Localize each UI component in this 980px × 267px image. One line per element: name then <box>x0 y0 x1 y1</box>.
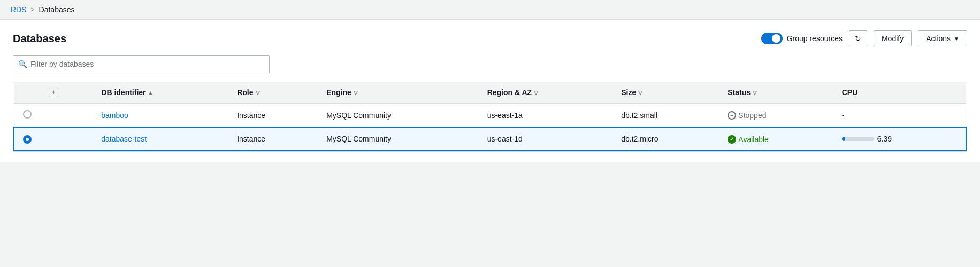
th-status-label: Status <box>728 88 751 97</box>
engine-cell-database-test: MySQL Community <box>318 127 478 151</box>
status-available-icon-database-test: ✓ <box>728 135 736 144</box>
db-link-database-test[interactable]: database-test <box>101 135 147 143</box>
size-cell-bamboo: db.t2.small <box>612 103 719 127</box>
db-identifier-cell-database-test: database-test <box>93 127 228 151</box>
cpu-value-database-test: 6.39 <box>877 135 892 143</box>
actions-label: Actions <box>926 34 951 43</box>
th-region-az-label: Region & AZ <box>487 88 532 97</box>
cpu-bar-container-database-test: 6.39 <box>842 135 957 143</box>
page-title: Databases <box>13 33 66 45</box>
status-sort-icon[interactable]: ▽ <box>753 90 757 96</box>
role-cell-database-test: Instance <box>228 127 318 151</box>
th-size-label: Size <box>621 88 636 97</box>
cpu-bar-database-test <box>842 137 874 141</box>
main-content: Databases Group resources ↻ Modify Actio… <box>0 19 980 162</box>
page-header: Databases Group resources ↻ Modify Actio… <box>13 30 967 46</box>
search-input-wrapper: 🔍 <box>13 55 270 73</box>
status-cell-bamboo: − Stopped <box>719 103 833 127</box>
status-cell-database-test: ✓ Available <box>719 127 833 151</box>
search-icon: 🔍 <box>18 60 27 68</box>
breadcrumb-current: Databases <box>39 5 75 14</box>
refresh-button[interactable]: ↻ <box>849 30 867 46</box>
expand-all-icon[interactable]: + <box>49 88 58 97</box>
table-row: database-test Instance MySQL Community u… <box>14 127 966 151</box>
search-bar: 🔍 <box>13 55 967 73</box>
table-header: + DB identifier ▲ Role ▽ <box>14 82 966 103</box>
search-input[interactable] <box>13 55 270 73</box>
region-az-sort-icon[interactable]: ▽ <box>534 90 538 96</box>
th-role-label: Role <box>237 88 253 97</box>
breadcrumb: RDS > Databases <box>0 0 980 19</box>
engine-sort-icon[interactable]: ▽ <box>354 90 358 96</box>
th-cpu-label: CPU <box>842 88 858 97</box>
table-row: bamboo Instance MySQL Community us-east-… <box>14 103 966 127</box>
group-resources-control[interactable]: Group resources <box>761 33 843 44</box>
group-resources-label: Group resources <box>787 34 843 43</box>
radio-inner-database-test <box>26 138 29 141</box>
th-engine-label: Engine <box>326 88 351 97</box>
breadcrumb-separator: > <box>31 6 35 13</box>
role-sort-icon[interactable]: ▽ <box>256 90 260 96</box>
region-az-cell-database-test: us-east-1d <box>479 127 613 151</box>
th-db-identifier-label: DB identifier <box>101 88 146 97</box>
th-engine[interactable]: Engine ▽ <box>318 82 478 103</box>
status-stopped-bamboo: − Stopped <box>728 111 766 120</box>
actions-chevron-down-icon: ▼ <box>954 36 959 42</box>
region-az-cell-bamboo: us-east-1a <box>479 103 613 127</box>
status-stopped-label-bamboo: Stopped <box>738 111 766 120</box>
databases-table: + DB identifier ▲ Role ▽ <box>13 82 967 152</box>
cpu-cell-database-test: 6.39 <box>833 127 966 151</box>
breadcrumb-rds-link[interactable]: RDS <box>11 5 27 14</box>
th-region-az[interactable]: Region & AZ ▽ <box>479 82 613 103</box>
th-cpu: CPU <box>833 82 966 103</box>
th-radio <box>14 82 40 103</box>
radio-bamboo[interactable] <box>23 110 32 119</box>
th-expand: + <box>40 82 93 103</box>
status-stopped-icon-bamboo: − <box>728 111 736 120</box>
table: + DB identifier ▲ Role ▽ <box>13 82 967 151</box>
expand-cell-bamboo <box>40 103 93 127</box>
header-actions: Group resources ↻ Modify Actions ▼ <box>761 30 967 46</box>
status-available-database-test: ✓ Available <box>728 135 769 144</box>
modify-button[interactable]: Modify <box>874 30 912 46</box>
th-role[interactable]: Role ▽ <box>228 82 318 103</box>
role-cell-bamboo: Instance <box>228 103 318 127</box>
status-available-label-database-test: Available <box>738 135 769 144</box>
db-identifier-cell-bamboo: bamboo <box>93 103 228 127</box>
engine-cell-bamboo: MySQL Community <box>318 103 478 127</box>
db-identifier-sort-asc-icon[interactable]: ▲ <box>148 90 154 96</box>
size-cell-database-test: db.t2.micro <box>612 127 719 151</box>
actions-button[interactable]: Actions ▼ <box>918 30 967 46</box>
toggle-slider <box>761 33 783 44</box>
modify-label: Modify <box>882 34 904 43</box>
size-sort-icon[interactable]: ▽ <box>638 90 642 96</box>
db-link-bamboo[interactable]: bamboo <box>101 111 128 120</box>
th-status[interactable]: Status ▽ <box>719 82 833 103</box>
th-size[interactable]: Size ▽ <box>612 82 719 103</box>
expand-cell-database-test <box>40 127 93 151</box>
group-resources-toggle[interactable] <box>761 33 783 44</box>
th-db-identifier[interactable]: DB identifier ▲ <box>93 82 228 103</box>
cpu-cell-bamboo: - <box>833 103 966 127</box>
radio-cell-database-test[interactable] <box>14 127 40 151</box>
table-body: bamboo Instance MySQL Community us-east-… <box>14 103 966 151</box>
radio-cell-bamboo[interactable] <box>14 103 40 127</box>
cpu-bar-fill-database-test <box>842 137 845 141</box>
radio-database-test[interactable] <box>23 135 32 144</box>
refresh-icon: ↻ <box>855 34 861 43</box>
